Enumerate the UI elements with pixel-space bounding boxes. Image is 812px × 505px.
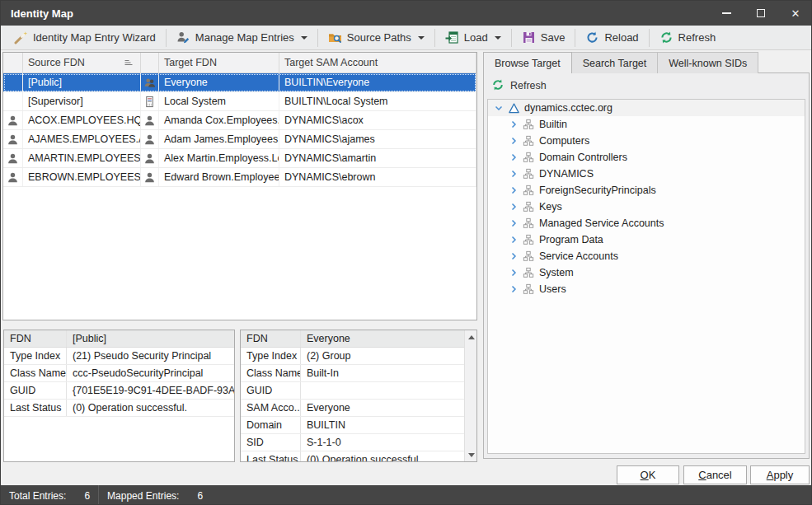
target-fdn-cell[interactable]: Everyone [159,73,279,91]
ok-button[interactable]: OK [617,465,679,484]
source-fdn-cell[interactable]: [Public] [23,73,141,91]
reload-button[interactable]: Reload [577,28,646,48]
source-icon-cell[interactable] [3,130,23,148]
table-row[interactable]: ACOX.EMPLOYEES.HQ.CORP Amanda Cox.Employ… [3,111,476,130]
source-fdn-cell[interactable]: [Supervisor] [23,92,141,110]
source-icon-column-header[interactable] [3,53,23,72]
target-fdn-column-header[interactable]: Target FDN [159,53,279,72]
chevron-down-icon[interactable] [494,103,504,113]
source-fdn-cell[interactable]: ACOX.EMPLOYEES.HQ.CORP [23,111,141,129]
target-sam-cell[interactable]: DYNAMICS\amartin [279,149,476,167]
tree-item-domain-controllers[interactable]: Domain Controllers [488,149,805,166]
tree-item-computers[interactable]: Computers [488,133,805,149]
source-icon-cell[interactable] [3,168,23,186]
apply-button[interactable]: Apply [750,465,810,484]
source-icon-cell[interactable] [3,149,23,167]
source-icon-cell[interactable] [3,92,23,110]
target-icon-cell[interactable] [141,92,159,110]
tree-item-foreign-security-principals[interactable]: ForeignSecurityPrincipals [488,182,805,199]
tree-item-program-data[interactable]: Program Data [488,231,805,248]
tree-refresh-button[interactable]: Refresh [484,73,809,97]
target-sam-cell[interactable]: DYNAMICS\ajames [279,130,476,148]
target-icon-cell[interactable] [141,73,159,91]
detail-label: Domain [241,417,301,433]
target-icon-column-header[interactable] [141,53,159,72]
table-row[interactable]: [Supervisor] Local System BUILTIN\Local … [3,92,476,111]
toolbar-item-label: Save [541,31,566,44]
tab-search-target[interactable]: Search Target [571,52,659,73]
detail-row: FDN Everyone [241,330,464,348]
cancel-button[interactable]: Cancel [683,465,747,484]
tree-item-managed-service-accounts[interactable]: Managed Service Accounts [488,215,805,231]
tree-item-system[interactable]: System [488,264,805,281]
chevron-right-icon[interactable] [509,152,519,162]
chevron-right-icon[interactable] [509,284,519,294]
target-icon-cell[interactable] [141,149,159,167]
source-icon-cell[interactable] [3,111,23,129]
chevron-right-icon[interactable] [509,235,519,245]
tree-item-users[interactable]: Users [488,281,805,297]
target-sam-column-header[interactable]: Target SAM Account [279,53,476,72]
total-entries-status: Total Entries: 6 [1,485,98,505]
load-button[interactable]: Load [437,28,509,48]
source-fdn-column-header[interactable]: Source FDN [23,53,141,72]
chevron-right-icon[interactable] [509,202,519,212]
minimize-button[interactable] [709,1,744,26]
source-paths-button[interactable]: Source Paths [320,28,433,48]
detail-value: BUILTIN [301,417,464,433]
chevron-right-icon[interactable] [509,136,519,146]
cell-text: AJAMES.EMPLOYEES.ATLAN... [28,133,141,145]
identity-map-entry-wizard-button[interactable]: Identity Map Entry Wizard [6,28,164,48]
reload-icon [585,30,599,44]
source-fdn-cell[interactable]: EBROWN.EMPLOYEES.HQ.C... [23,168,141,186]
chevron-right-icon[interactable] [509,169,519,179]
target-entry-details-table: FDN Everyone Type Index (2) Group Class … [240,330,477,462]
chevron-right-icon[interactable] [509,251,519,261]
person-icon [143,133,156,146]
target-sam-cell[interactable]: BUILTIN\Local System [279,92,476,110]
target-icon-cell[interactable] [141,168,159,186]
tab-browse-target[interactable]: Browse Target [483,52,572,73]
vertical-scrollbar[interactable] [464,330,476,461]
table-row[interactable]: [Public] Everyone BUILTIN\Everyone [3,73,476,92]
save-button[interactable]: Save [514,28,574,48]
target-icon-cell[interactable] [141,111,159,129]
chevron-right-icon[interactable] [509,268,519,278]
tree-item-dynamics[interactable]: DYNAMICS [488,166,805,182]
detail-row: Type Index (2) Group [241,348,464,365]
org-unit-icon [523,267,535,279]
table-row[interactable]: AMARTIN.EMPLOYEES.LON... Alex Martin.Emp… [3,149,476,168]
tab-strip: Browse Target Search Target Well-known S… [483,52,810,73]
chevron-right-icon[interactable] [509,218,519,228]
chevron-right-icon[interactable] [509,185,519,195]
table-row[interactable]: AJAMES.EMPLOYEES.ATLAN... Adam James.Emp… [3,130,476,149]
target-sam-cell[interactable]: DYNAMICS\ebrown [279,168,476,186]
target-fdn-cell[interactable]: Alex Martin.Employess.Lon... [159,149,279,167]
tree-item-builtin[interactable]: Builtin [488,116,805,133]
source-fdn-cell[interactable]: AMARTIN.EMPLOYEES.LON... [23,149,141,167]
target-sam-cell[interactable]: BUILTIN\Everyone [279,73,476,91]
source-icon-cell[interactable] [3,73,23,91]
org-unit-icon [523,152,535,164]
refresh-button[interactable]: Refresh [651,28,725,48]
maximize-button[interactable] [744,1,778,26]
tab-well-known-sids[interactable]: Well-known SIDs [657,52,758,73]
target-sam-cell[interactable]: DYNAMICS\acox [279,111,476,129]
target-icon-cell[interactable] [141,130,159,148]
target-fdn-cell[interactable]: Edward Brown.Employees.... [159,168,279,186]
tree-item-domain-root[interactable]: dynamics.cctec.org [488,100,805,116]
target-fdn-cell[interactable]: Adam James.Employees.Atl... [159,130,279,148]
tree-item-service-accounts[interactable]: Service Accounts [488,248,805,264]
source-fdn-cell[interactable]: AJAMES.EMPLOYEES.ATLAN... [23,130,141,148]
toolbar-separator [434,29,435,47]
target-fdn-cell[interactable]: Local System [159,92,279,110]
toolbar-separator [575,29,575,47]
table-row[interactable]: EBROWN.EMPLOYEES.HQ.C... Edward Brown.Em… [3,168,476,187]
chevron-right-icon[interactable] [509,119,519,129]
manage-map-entries-button[interactable]: Manage Map Entries [168,28,316,48]
scroll-down-button[interactable] [465,448,477,461]
scroll-up-button[interactable] [465,330,477,344]
tree-item-keys[interactable]: Keys [488,199,805,215]
close-button[interactable]: ✕ [778,1,812,26]
target-fdn-cell[interactable]: Amanda Cox.Employees.HQ... [159,111,279,129]
